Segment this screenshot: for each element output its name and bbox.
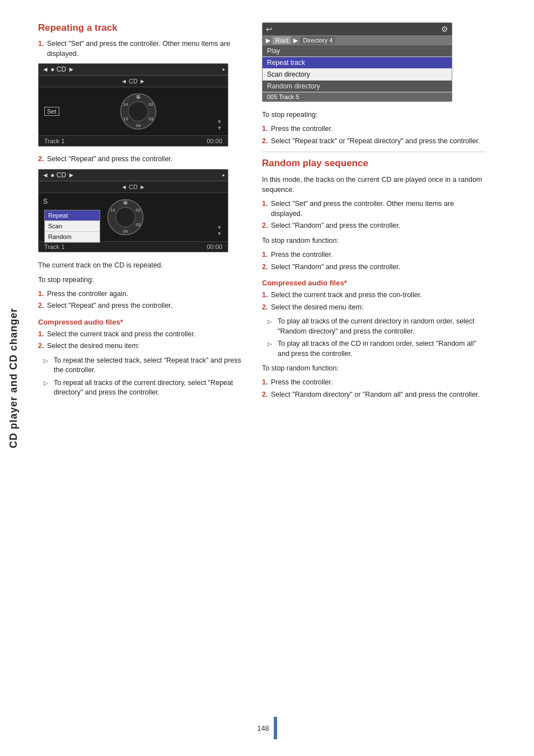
dial-svg-2: 01 02 03 04 14 bbox=[106, 198, 145, 237]
stop-step-1: 1. Press the controller again. bbox=[38, 289, 251, 299]
svg-text:04: 04 bbox=[136, 123, 141, 128]
random-step-2: 2. Select "Random" and press the control… bbox=[262, 221, 486, 231]
stop-rf-steps: 1. Press the controller. 2. Select "Rand… bbox=[262, 378, 486, 400]
dial-circle-1: 01 02 03 04 13 14 bbox=[119, 92, 158, 131]
cd-screen-main-2: Repeat Scan Random S 01 02 03 04 14 bbox=[39, 193, 228, 241]
dial-circle-2: 01 02 03 04 14 bbox=[106, 198, 145, 237]
dial-extra-2: ▼ ▼ bbox=[217, 224, 222, 237]
left-step-1: 1. Select "Set" and press the controller… bbox=[38, 39, 251, 59]
sidebar-label-text: CD player and CD changer bbox=[8, 308, 20, 448]
dial-svg-1: 01 02 03 04 13 14 bbox=[119, 92, 158, 131]
page-number-area: 148 bbox=[257, 717, 277, 739]
svg-point-1 bbox=[129, 102, 148, 121]
right-stop-repeating-note: To stop repeating: bbox=[262, 110, 486, 120]
dial-extra-icon: ▼ bbox=[217, 119, 222, 125]
right-comp-bullet-1: To play all tracks of the current direct… bbox=[268, 317, 486, 336]
time-label-1: 00:00 bbox=[207, 138, 222, 144]
breadcrumb-root: Root bbox=[273, 36, 291, 44]
menu-item-scan-dir: Scan directory bbox=[263, 69, 452, 81]
cd-screen-controls-2: ◄ CD ► bbox=[39, 181, 228, 193]
stop-rand-step-2: 2. Select "Random" and press the control… bbox=[262, 262, 486, 273]
step-num-2: 2. bbox=[38, 154, 44, 165]
track-label-1: Track 1 bbox=[44, 138, 64, 144]
track-label-2: Track 1 bbox=[44, 243, 64, 250]
left-steps-list-2: 2. Select "Repeat" and press the control… bbox=[38, 154, 251, 165]
menu-breadcrumb: ▶ Root ▶ Directory 4 bbox=[263, 35, 452, 45]
cd-menu-popup: Repeat Scan Random bbox=[44, 210, 100, 243]
svg-text:13: 13 bbox=[123, 116, 128, 121]
svg-text:04: 04 bbox=[123, 229, 128, 234]
right-comp-steps: 1. Select the current track and press th… bbox=[262, 290, 486, 312]
menu-top-right-icons: ⚙ bbox=[441, 25, 448, 34]
menu-item-repeat-track: Repeat track bbox=[263, 57, 452, 69]
svg-text:02: 02 bbox=[149, 102, 154, 107]
cd-top-icon-2: ▪ bbox=[222, 171, 224, 179]
cd-screen-2-top: ◄ ● CD ► ▪ bbox=[39, 170, 228, 181]
cd-screen-1-top: ◄ ● CD ► ▪ bbox=[39, 64, 228, 76]
cd-screen-footer-1: Track 1 00:00 bbox=[39, 135, 228, 146]
menu-top-icons: ↩ bbox=[266, 25, 273, 34]
random-intro: In this mode, the tracks on the current … bbox=[262, 175, 486, 195]
dial-extra-icon2: ▼ bbox=[217, 125, 222, 131]
s-label: S bbox=[43, 198, 48, 205]
stop-repeating-label: To stop repeating: bbox=[38, 275, 251, 285]
popup-scan: Scan bbox=[45, 221, 100, 232]
cd-controls-top: ◄ ● CD ► bbox=[42, 65, 74, 73]
svg-text:02: 02 bbox=[135, 207, 140, 212]
cd-screen-2: ◄ ● CD ► ▪ ◄ CD ► Repeat Scan Random S bbox=[38, 169, 228, 252]
menu-footer: 005 Track 5 bbox=[263, 92, 452, 101]
comp-left-step-1: 1. Select the current track and press th… bbox=[38, 330, 251, 340]
svg-text:03: 03 bbox=[135, 222, 140, 227]
popup-random: Random bbox=[45, 232, 100, 242]
right-comp-step-1: 1. Select the current track and press th… bbox=[262, 290, 486, 300]
compressed-bullets-left: To repeat the selected track, select "Re… bbox=[38, 356, 251, 398]
stop-rand-step-1: 1. Press the controller. bbox=[262, 250, 486, 260]
comp-left-bullet-1: To repeat the selected track, select "Re… bbox=[44, 356, 251, 375]
stop-steps-list: 1. Press the controller again. 2. Select… bbox=[38, 289, 251, 311]
left-compressed-title: Compressed audio files* bbox=[38, 318, 251, 326]
cd-screen-1: ◄ ● CD ► ▪ ◄ CD ► Set 01 02 03 04 13 bbox=[38, 63, 228, 147]
cd-screen-controls-1: ◄ CD ► bbox=[39, 76, 228, 87]
random-section-title: Random play sequence bbox=[262, 158, 486, 169]
svg-text:14: 14 bbox=[110, 207, 115, 212]
settings-icon: ⚙ bbox=[441, 25, 448, 34]
svg-text:03: 03 bbox=[149, 116, 154, 121]
random-step-1: 1. Select "Set" and press the controller… bbox=[262, 199, 486, 219]
track-note: The current track on the CD is repeated. bbox=[38, 260, 251, 270]
breadcrumb-dir: Directory 4 bbox=[300, 36, 335, 44]
page-marker bbox=[274, 717, 277, 739]
stop-rf-step-2: 2. Select "Random directory" or "Random … bbox=[262, 390, 486, 400]
stop-random-label: To stop random function: bbox=[262, 236, 486, 246]
popup-repeat: Repeat bbox=[45, 210, 100, 221]
menu-screen-top: ↩ ⚙ bbox=[263, 23, 452, 35]
right-comp-bullets: To play all tracks of the current direct… bbox=[262, 317, 486, 359]
comp-left-bullet-2: To repeat all tracks of the current dire… bbox=[44, 378, 251, 398]
section-divider bbox=[262, 152, 486, 152]
menu-item-random-dir: Random directory bbox=[263, 81, 452, 92]
sidebar-label: CD player and CD changer bbox=[0, 0, 27, 756]
right-stop-steps: 1. Press the controller. 2. Select "Repe… bbox=[262, 124, 486, 146]
breadcrumb-arrow: ▶ bbox=[266, 37, 270, 44]
right-compressed-title: Compressed audio files* bbox=[262, 279, 486, 287]
left-section-title: Repeating a track bbox=[38, 22, 251, 34]
left-steps-list: 1. Select "Set" and press the controller… bbox=[38, 39, 251, 59]
left-step-2: 2. Select "Repeat" and press the control… bbox=[38, 154, 251, 165]
right-comp-bullet-2: To play all tracks of the CD in random o… bbox=[268, 339, 486, 359]
right-comp-step-2: 2. Select the desired menu item: bbox=[262, 303, 486, 313]
svg-text:14: 14 bbox=[123, 102, 128, 107]
dial-extra-1: ▼ ▼ bbox=[217, 119, 222, 131]
stop-random-func: To stop random function: bbox=[262, 363, 486, 373]
right-stop-step-1: 1. Press the controller. bbox=[262, 124, 486, 134]
stop-random-steps: 1. Press the controller. 2. Select "Rand… bbox=[262, 250, 486, 272]
set-label: Set bbox=[44, 107, 59, 116]
time-label-2: 00:00 bbox=[207, 243, 222, 250]
right-column: ↩ ⚙ ▶ Root ▶ Directory 4 Play Repeat tra… bbox=[262, 22, 486, 404]
cd-controls-top-2: ◄ ● CD ► bbox=[42, 171, 74, 179]
cd-top-icon: ▪ bbox=[222, 65, 224, 73]
random-steps: 1. Select "Set" and press the controller… bbox=[262, 199, 486, 231]
cd-screen-main-1: Set 01 02 03 04 13 14 bbox=[39, 87, 228, 135]
back-icon: ↩ bbox=[266, 25, 273, 34]
menu-screen: ↩ ⚙ ▶ Root ▶ Directory 4 Play Repeat tra… bbox=[262, 22, 452, 102]
stop-rf-step-1: 1. Press the controller. bbox=[262, 378, 486, 388]
left-column: Repeating a track 1. Select "Set" and pr… bbox=[38, 22, 251, 404]
